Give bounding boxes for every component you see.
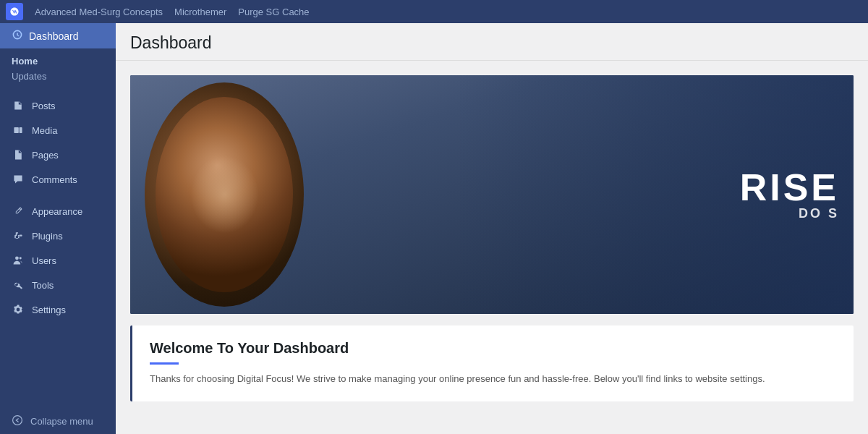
appearance-label: Appearance: [32, 206, 82, 217]
comments-icon: [12, 173, 25, 186]
sidebar-item-appearance[interactable]: Appearance: [0, 199, 116, 224]
microthemer-link[interactable]: Microthemer: [174, 7, 226, 17]
updates-link[interactable]: Updates: [12, 69, 104, 83]
media-icon: [12, 124, 25, 137]
users-icon: [12, 254, 25, 267]
pages-icon: [12, 148, 25, 161]
svg-point-5: [20, 257, 22, 259]
appearance-icon: [12, 205, 25, 218]
svg-rect-0: [14, 127, 18, 133]
svg-rect-1: [20, 127, 22, 133]
hero-text-overlay: RISE DO S: [456, 75, 854, 314]
collapse-label: Collapse menu: [30, 416, 93, 427]
admin-bar: Advanced Med-Surg Concepts Microthemer P…: [0, 0, 868, 23]
sidebar-item-settings[interactable]: Settings: [0, 297, 116, 322]
svg-rect-2: [20, 234, 22, 236]
collapse-menu-button[interactable]: Collapse menu: [0, 409, 116, 434]
sidebar-item-media[interactable]: Media: [0, 118, 116, 142]
content-body: RISE DO S Welcome To Your Dashboard Than…: [116, 61, 868, 434]
svg-point-6: [13, 416, 22, 425]
advanced-med-surg-link[interactable]: Advanced Med-Surg Concepts: [35, 7, 163, 17]
tools-label: Tools: [32, 280, 54, 291]
sidebar-item-pages[interactable]: Pages: [0, 142, 116, 167]
coffee-cup-image: [145, 82, 304, 307]
posts-icon: [12, 99, 25, 112]
welcome-title: Welcome To Your Dashboard: [150, 340, 836, 357]
collapse-icon: [12, 414, 23, 428]
plugins-icon: [12, 229, 25, 242]
content-header: Dashboard: [116, 23, 868, 61]
sidebar-item-users[interactable]: Users: [0, 248, 116, 273]
page-title: Dashboard: [130, 33, 854, 53]
settings-label: Settings: [32, 305, 66, 315]
sidebar-item-dashboard[interactable]: Dashboard: [0, 23, 116, 48]
sidebar-item-posts[interactable]: Posts: [0, 93, 116, 118]
hero-image: RISE DO S: [130, 75, 854, 314]
comments-label: Comments: [32, 174, 77, 185]
welcome-divider: [150, 362, 179, 365]
hero-background: RISE DO S: [130, 75, 854, 314]
media-label: Media: [32, 125, 57, 136]
content-area: Dashboard RISE DO S: [116, 23, 868, 434]
sidebar-item-tools[interactable]: Tools: [0, 273, 116, 297]
welcome-text: Thanks for choosing Digital Focus! We st…: [150, 372, 836, 387]
plugins-label: Plugins: [32, 231, 63, 242]
wp-logo-icon[interactable]: [6, 3, 23, 20]
hero-rise-text: RISE: [740, 169, 839, 206]
sidebar-item-comments[interactable]: Comments: [0, 167, 116, 192]
sidebar-item-plugins[interactable]: Plugins: [0, 224, 116, 248]
posts-label: Posts: [32, 101, 56, 111]
latte-art: [190, 156, 259, 234]
purge-cache-link[interactable]: Purge SG Cache: [238, 7, 309, 17]
main-area: Dashboard Home Updates Posts: [0, 23, 868, 434]
home-label: Home: [12, 56, 104, 67]
welcome-card: Welcome To Your Dashboard Thanks for cho…: [130, 326, 854, 401]
sidebar: Dashboard Home Updates Posts: [0, 23, 116, 434]
home-section: Home Updates: [0, 48, 116, 86]
settings-icon: [12, 303, 25, 316]
svg-point-4: [15, 256, 19, 260]
users-label: Users: [32, 255, 56, 266]
dashboard-label: Dashboard: [29, 30, 79, 42]
pages-label: Pages: [32, 150, 59, 161]
dashboard-icon: [12, 29, 23, 43]
coffee-surface: [156, 97, 293, 292]
hero-sub-text: DO S: [799, 206, 839, 221]
tools-icon: [12, 278, 25, 292]
